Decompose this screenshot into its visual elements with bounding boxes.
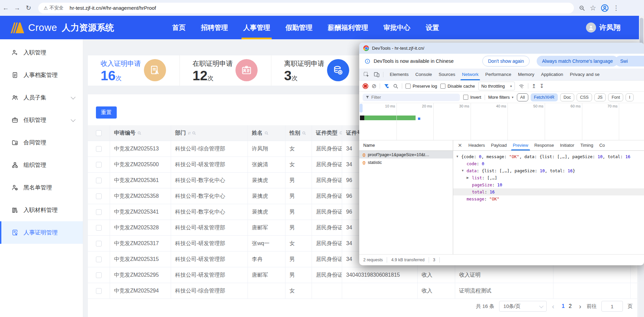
search-icon[interactable]: [339, 131, 342, 135]
export-har-icon[interactable]: ↧: [539, 83, 544, 89]
goto-page-input[interactable]: [601, 301, 623, 312]
page-number-1[interactable]: 1: [560, 303, 567, 309]
detail-tab-timing[interactable]: Timing: [577, 140, 596, 150]
row-checkbox[interactable]: [96, 162, 102, 168]
devtools-tab-memory[interactable]: Memory: [515, 69, 538, 80]
row-checkbox[interactable]: [96, 225, 102, 231]
nav-item-6[interactable]: 审批中心: [376, 16, 418, 39]
devtools-tab-privacy-and-se[interactable]: Privacy and se: [567, 69, 603, 80]
devtools-tab-network[interactable]: Network: [459, 69, 482, 80]
back-icon[interactable]: ←: [0, 4, 11, 12]
expanded-arrow-icon[interactable]: ▼: [456, 153, 459, 160]
row-checkbox[interactable]: [96, 272, 102, 278]
preview-line[interactable]: ▼{code: 0, message: "OK", data: {list: […: [453, 153, 644, 160]
sidebar-item-8[interactable]: 入职材料管理: [0, 199, 83, 221]
nav-item-2[interactable]: 招聘管理: [193, 16, 235, 39]
device-toolbar-icon[interactable]: [373, 71, 380, 78]
preserve-log-checkbox[interactable]: Preserve log: [406, 84, 437, 89]
nav-item-3[interactable]: 人事管理: [235, 16, 278, 39]
header-user[interactable]: 许凤翔: [586, 22, 621, 33]
sidebar-item-9[interactable]: 人事证明管理: [0, 221, 83, 244]
expanded-arrow-icon[interactable]: ▼: [461, 167, 464, 174]
search-icon[interactable]: [264, 131, 269, 135]
row-checkbox[interactable]: [96, 146, 102, 152]
inspect-element-icon[interactable]: [363, 71, 370, 78]
address-bar[interactable]: ⚠ 不安全 hr-test.zjf-it.cn/#/hr-anagement/h…: [38, 3, 574, 13]
checkbox[interactable]: [406, 84, 411, 89]
disable-cache-checkbox[interactable]: Disable cache: [440, 84, 475, 89]
url-text[interactable]: hr-test.zjf-it.cn/#/hr-anagement/hrProof: [70, 5, 156, 11]
filter-type-css[interactable]: CSS: [577, 93, 592, 101]
search-network-icon[interactable]: [393, 83, 398, 89]
close-detail-icon[interactable]: ✕: [453, 142, 466, 148]
nav-item-4[interactable]: 假勤管理: [278, 16, 320, 39]
table-row[interactable]: 中竞发ZM2025295科技公司-研发管理部唐郦军男居民身份证340403198…: [88, 267, 637, 283]
sidebar-item-5[interactable]: 合同管理: [0, 131, 83, 154]
row-checkbox[interactable]: [96, 193, 102, 199]
throttling-select[interactable]: No throttling ▾: [478, 82, 515, 90]
menu-dots-icon[interactable]: ⋮: [612, 4, 620, 12]
table-row[interactable]: 中竞发ZM2025294科技公司-综合管理部女收入证明流程测试: [88, 283, 637, 299]
sidebar-item-7[interactable]: 黑名单管理: [0, 176, 83, 199]
detail-tab-headers[interactable]: Headers: [466, 140, 488, 150]
detail-tab-preview[interactable]: Preview: [510, 140, 531, 150]
timeline-handle[interactable]: [360, 104, 363, 112]
row-checkbox[interactable]: [96, 288, 102, 294]
next-page-icon[interactable]: ›: [578, 303, 582, 310]
search-icon[interactable]: [137, 131, 142, 135]
preview-line[interactable]: pageSize: 10: [453, 181, 644, 188]
search-icon[interactable]: [192, 131, 196, 135]
page-size-select[interactable]: 10条/页: [499, 301, 547, 312]
zoom-out-icon[interactable]: [579, 5, 585, 11]
preview-line[interactable]: code: 0: [453, 160, 644, 167]
filter-type-fetch-xhr[interactable]: Fetch/XHR: [531, 93, 558, 101]
detail-tab-co[interactable]: Co: [596, 140, 608, 150]
row-checkbox[interactable]: [96, 209, 102, 215]
filter-type-doc[interactable]: Doc: [560, 93, 574, 101]
nav-item-5[interactable]: 薪酬福利管理: [320, 16, 376, 39]
select-all-checkbox[interactable]: [96, 130, 102, 136]
profile-icon[interactable]: [601, 4, 609, 12]
sidebar-item-3[interactable]: 人员子集: [0, 86, 83, 109]
bookmark-star-icon[interactable]: ☆: [589, 4, 597, 12]
switch-language-button[interactable]: Swi: [615, 56, 644, 66]
prev-page-icon[interactable]: ‹: [551, 303, 555, 310]
devtools-tab-sources[interactable]: Sources: [435, 69, 459, 80]
preview-line[interactable]: ▼data: {list: [,…], pageSize: 10, total:…: [453, 167, 644, 174]
devtools-tab-application[interactable]: Application: [538, 69, 567, 80]
row-checkbox[interactable]: [96, 257, 102, 262]
page-number-2[interactable]: 2: [567, 303, 574, 309]
row-checkbox[interactable]: [96, 241, 102, 246]
filter-type-font[interactable]: Font: [608, 93, 623, 101]
forward-icon[interactable]: →: [11, 4, 23, 12]
sidebar-item-4[interactable]: 任职管理: [0, 109, 83, 131]
preview-line[interactable]: ▶list: [,…]: [453, 174, 644, 181]
detail-tab-initiator[interactable]: Initiator: [557, 140, 578, 150]
checkbox[interactable]: [440, 84, 445, 89]
sort-icon[interactable]: ↓↑: [187, 131, 190, 135]
invert-filter-checkbox[interactable]: Invert: [463, 95, 481, 100]
nav-item-7[interactable]: 设置: [418, 16, 447, 39]
request-row[interactable]: {}proof?page=1&pageSize=10&t…: [359, 151, 453, 158]
filter-type-all[interactable]: All: [517, 93, 528, 101]
preview-line[interactable]: total: 16: [453, 188, 644, 195]
refresh-icon[interactable]: ↻: [23, 4, 34, 12]
reset-button[interactable]: 重置: [96, 106, 117, 119]
record-network-log-icon[interactable]: [363, 83, 368, 89]
network-conditions-icon[interactable]: [518, 83, 525, 89]
filter-type-i[interactable]: I: [626, 93, 633, 101]
stat-card-3[interactable]: 离职证明申请3次: [271, 55, 363, 86]
devtools-tab-performance[interactable]: Performance: [482, 69, 515, 80]
detail-tab-response[interactable]: Response: [531, 140, 557, 150]
devtools-titlebar[interactable]: DevTools - hr-test.zjf-it.cn/: [359, 43, 644, 54]
checkbox[interactable]: [463, 95, 468, 100]
filter-funnel-icon[interactable]: [383, 83, 389, 89]
clear-network-log-icon[interactable]: ⊘: [372, 83, 376, 89]
request-row[interactable]: {}statistic: [359, 158, 453, 166]
more-filters-button[interactable]: More filters ▾: [488, 95, 514, 100]
sidebar-item-6[interactable]: 组织管理: [0, 154, 83, 176]
import-har-icon[interactable]: ↥: [532, 83, 536, 89]
security-chip[interactable]: ⚠ 不安全: [44, 5, 64, 11]
nav-item-1[interactable]: 首页: [164, 16, 193, 39]
devtools-tab-elements[interactable]: Elements: [386, 69, 412, 80]
